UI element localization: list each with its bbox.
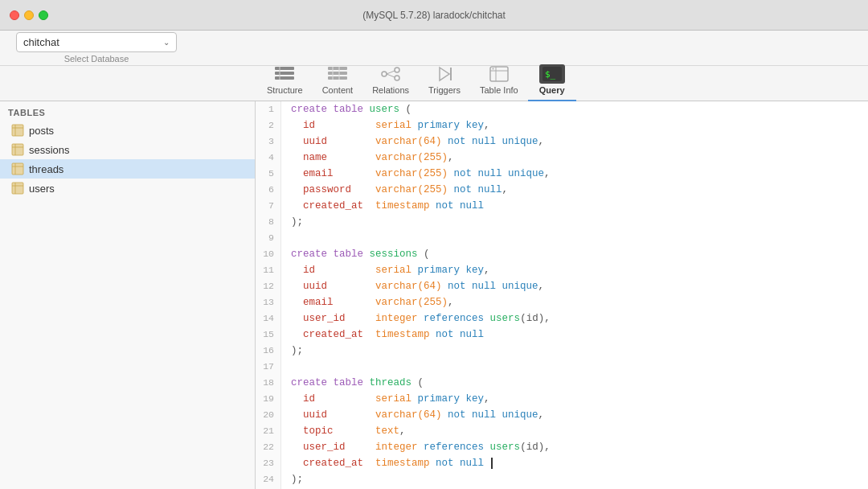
tab-triggers-label: Triggers	[428, 85, 461, 95]
code-line-14: 14 user_id integer references users(id),	[256, 310, 868, 327]
window-title: (MySQL 5.7.28) laradock/chitchat	[362, 10, 506, 21]
svg-point-10	[395, 68, 399, 72]
svg-rect-5	[328, 72, 347, 75]
svg-rect-0	[275, 67, 294, 70]
sidebar-item-users[interactable]: users	[0, 179, 255, 198]
svg-rect-4	[328, 67, 347, 70]
tab-content[interactable]: Content	[313, 61, 363, 101]
chevron-down-icon: ⌄	[163, 38, 170, 47]
tab-tableinfo[interactable]: Table Info	[470, 61, 528, 101]
sidebar-item-threads-label: threads	[29, 163, 63, 175]
code-line-4: 4 name varchar(255),	[256, 150, 868, 166]
tab-query[interactable]: $_ Query	[528, 61, 576, 101]
table-icon-posts	[11, 124, 24, 137]
tab-structure[interactable]: Structure	[257, 61, 313, 101]
code-line-18: 18 create table threads (	[256, 375, 868, 391]
sidebar: TABLES posts sessions	[0, 101, 256, 489]
title-bar: (MySQL 5.7.28) laradock/chitchat	[0, 0, 868, 31]
db-selector-value: chitchat	[23, 36, 59, 48]
sidebar-item-posts[interactable]: posts	[0, 121, 255, 140]
tab-triggers[interactable]: Triggers	[419, 61, 470, 101]
db-selector-wrap: chitchat ⌄ Select Database	[16, 32, 177, 64]
svg-point-19	[492, 68, 493, 70]
toolbar-tabs: Structure Content	[0, 66, 868, 101]
close-button[interactable]	[10, 10, 19, 20]
structure-icon	[273, 65, 296, 83]
sidebar-item-threads[interactable]: threads	[0, 159, 255, 179]
svg-point-11	[395, 76, 399, 80]
query-icon-wrap: $_	[539, 64, 565, 84]
table-icon-threads	[11, 162, 24, 175]
code-line-5: 5 email varchar(255) not null unique,	[256, 166, 868, 182]
content-icon-wrap	[325, 64, 350, 84]
relations-icon-wrap	[378, 64, 403, 84]
code-line-1: 1 create table users (	[256, 101, 868, 117]
tab-structure-label: Structure	[267, 85, 303, 95]
code-line-19: 19 id serial primary key,	[256, 391, 868, 407]
code-line-11: 11 id serial primary key,	[256, 262, 868, 278]
code-lines: 1 create table users ( 2 id serial prima…	[256, 101, 868, 489]
traffic-lights	[10, 10, 48, 20]
code-line-3: 3 uuid varchar(64) not null unique,	[256, 134, 868, 150]
code-line-15: 15 created_at timestamp not null	[256, 327, 868, 343]
svg-rect-6	[328, 76, 347, 80]
code-line-7: 7 created_at timestamp not null	[256, 198, 868, 214]
tab-tableinfo-label: Table Info	[480, 85, 518, 95]
svg-rect-1	[275, 72, 294, 75]
code-line-16: 16 );	[256, 343, 868, 359]
tableinfo-icon-wrap	[486, 64, 512, 84]
minimize-button[interactable]	[24, 10, 34, 20]
sidebar-item-users-label: users	[29, 183, 55, 195]
code-line-24: 24 );	[256, 471, 868, 487]
triggers-icon-wrap	[432, 64, 457, 84]
db-selector-hint: Select Database	[64, 54, 129, 64]
code-line-6: 6 password varchar(255) not null,	[256, 182, 868, 198]
tab-content-label: Content	[322, 85, 354, 95]
svg-rect-28	[12, 163, 23, 175]
sidebar-item-sessions[interactable]: sessions	[0, 140, 255, 159]
svg-rect-31	[12, 183, 23, 194]
code-line-9: 9	[256, 230, 868, 246]
code-line-2: 2 id serial primary key,	[256, 117, 868, 134]
code-line-23: 23 created_at timestamp not null	[256, 455, 868, 471]
tab-relations-label: Relations	[372, 85, 409, 95]
code-line-17: 17	[256, 359, 868, 375]
maximize-button[interactable]	[39, 10, 48, 20]
triggers-icon	[433, 65, 456, 83]
svg-rect-25	[12, 144, 23, 155]
svg-marker-14	[440, 68, 449, 80]
svg-text:$_: $_	[545, 69, 556, 80]
sidebar-item-sessions-label: sessions	[29, 144, 70, 156]
code-line-8: 8 );	[256, 214, 868, 230]
code-line-13: 13 email varchar(255),	[256, 294, 868, 310]
relations-icon	[379, 65, 402, 83]
code-line-12: 12 uuid varchar(64) not null unique,	[256, 278, 868, 294]
tables-header: TABLES	[0, 101, 255, 121]
content-icon	[326, 65, 349, 83]
svg-line-12	[387, 71, 395, 74]
sidebar-item-posts-label: posts	[29, 125, 54, 137]
structure-icon-wrap	[272, 64, 297, 84]
code-line-22: 22 user_id integer references users(id),	[256, 439, 868, 455]
tab-relations[interactable]: Relations	[362, 61, 419, 101]
table-icon-sessions	[11, 143, 24, 156]
code-line-20: 20 uuid varchar(64) not null unique,	[256, 407, 868, 423]
table-icon-users	[11, 182, 24, 195]
tab-query-label: Query	[539, 85, 565, 95]
toolbar: chitchat ⌄ Select Database Structure	[0, 31, 868, 101]
main-area: TABLES posts sessions	[0, 101, 868, 489]
code-editor[interactable]: 1 create table users ( 2 id serial prima…	[256, 101, 868, 489]
svg-line-13	[387, 74, 395, 77]
svg-rect-22	[12, 125, 23, 136]
code-line-21: 21 topic text,	[256, 423, 868, 439]
db-selector[interactable]: chitchat ⌄	[16, 32, 177, 52]
svg-point-9	[382, 72, 387, 76]
code-line-10: 10 create table sessions (	[256, 246, 868, 262]
tableinfo-icon	[488, 65, 510, 83]
svg-rect-2	[275, 76, 294, 80]
query-icon: $_	[541, 65, 563, 83]
